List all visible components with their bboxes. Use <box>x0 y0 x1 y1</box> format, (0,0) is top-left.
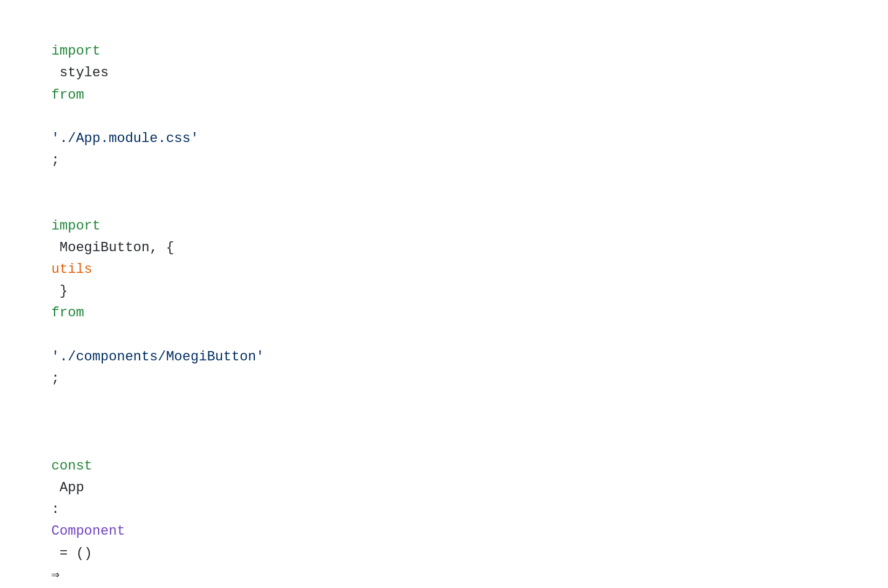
token-space-2 <box>51 327 60 343</box>
code-line-2: import MoegiButton, { utils } from './co… <box>19 194 869 412</box>
token-app: App <box>51 480 84 496</box>
token-str-1: './App.module.css' <box>51 131 199 146</box>
token-component: Component <box>51 523 125 539</box>
code-line-3: const App : Component = () ⇒ { <box>19 434 869 588</box>
code-line-1: import styles from './App.module.css' ; <box>19 19 869 194</box>
token-from-1: from <box>51 87 84 103</box>
token-space-1 <box>51 109 60 125</box>
token-colon-1: : <box>51 502 68 517</box>
token-moegibutton: MoegiButton, { <box>51 240 182 256</box>
token-semi-2: ; <box>51 371 60 386</box>
token-equals-1: = () <box>51 546 100 561</box>
token-from-2: from <box>51 305 84 321</box>
token-styles: styles <box>51 65 117 81</box>
token-arrow-1: ⇒ <box>51 568 60 583</box>
token-utils: utils <box>51 262 92 277</box>
token-semi-1: ; <box>51 153 60 168</box>
empty-line-1 <box>19 411 869 433</box>
token-close-brace: } <box>51 283 76 299</box>
token-import-1: import <box>51 43 100 59</box>
token-str-2: './components/MoegiButton' <box>51 349 264 365</box>
token-import-2: import <box>51 218 100 234</box>
token-const-1: const <box>51 458 92 474</box>
code-editor: import styles from './App.module.css' ; … <box>19 19 869 588</box>
